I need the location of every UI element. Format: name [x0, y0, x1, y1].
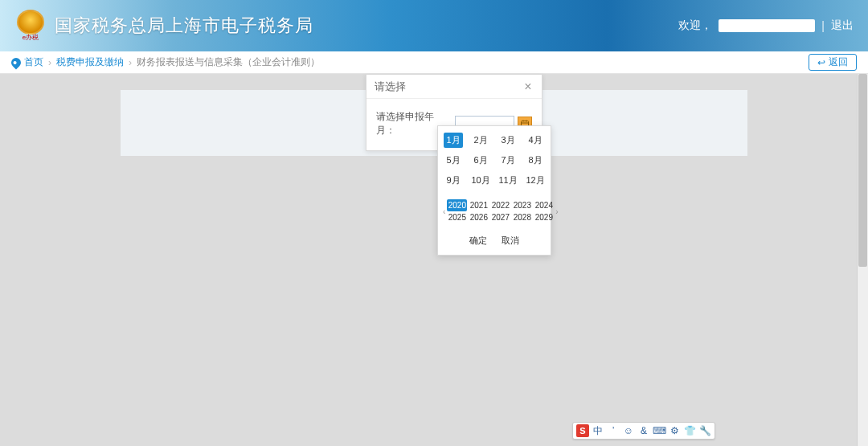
- year-cell[interactable]: 2021: [469, 199, 489, 211]
- year-grid: 2020 2021 2022 2023 2024 2025 2026 2027 …: [447, 199, 554, 223]
- breadcrumb: 首页 › 税费申报及缴纳 › 财务报表报送与信息采集（企业会计准则） ↩ 返回: [0, 51, 868, 74]
- ime-skin-icon[interactable]: 👕: [683, 424, 696, 437]
- year-selector: ‹ 2020 2021 2022 2023 2024 2025 2026 202…: [443, 199, 546, 223]
- crumb-section[interactable]: 税费申报及缴纳: [56, 55, 124, 69]
- year-cell[interactable]: 2024: [534, 199, 554, 211]
- year-cell[interactable]: 2022: [490, 199, 510, 211]
- back-arrow-icon: ↩: [817, 57, 825, 68]
- year-cell[interactable]: 2028: [512, 211, 532, 223]
- ime-settings-icon[interactable]: ⚙: [668, 424, 681, 437]
- modal-header: 请选择 ×: [366, 75, 542, 99]
- crumb-current: 财务报表报送与信息采集（企业会计准则）: [137, 55, 320, 69]
- logout-link[interactable]: 退出: [831, 18, 854, 33]
- ime-toolbar[interactable]: S 中 ’ ☺ & ⌨ ⚙ 👕 🔧: [572, 422, 715, 440]
- ime-emoji-icon[interactable]: ☺: [622, 424, 635, 437]
- main-area: 请选择 × 请选择申报年月： 1月 2月 3月 4月 5月 6月: [0, 74, 868, 446]
- welcome-label: 欢迎，: [678, 18, 712, 33]
- month-cell[interactable]: 8月: [526, 153, 545, 168]
- user-name-placeholder: [719, 19, 815, 32]
- ime-tools-icon[interactable]: 🔧: [698, 424, 711, 437]
- site-title: 国家税务总局上海市电子税务局: [55, 14, 313, 38]
- header-right: 欢迎， | 退出: [678, 18, 854, 33]
- scrollbar-thumb[interactable]: [858, 74, 867, 267]
- modal-title: 请选择: [375, 80, 406, 94]
- crumb-sep: ›: [48, 57, 51, 68]
- month-cell[interactable]: 7月: [498, 153, 518, 168]
- chevron-left-icon[interactable]: ‹: [443, 207, 445, 216]
- month-cell[interactable]: 5月: [444, 153, 463, 168]
- header: e办税 国家税务总局上海市电子税务局 欢迎， | 退出: [0, 0, 868, 51]
- year-cell[interactable]: 2023: [512, 199, 532, 211]
- confirm-button[interactable]: 确定: [469, 235, 487, 247]
- chevron-right-icon[interactable]: ›: [555, 207, 558, 216]
- back-button[interactable]: ↩ 返回: [809, 54, 857, 71]
- ime-mode-icon[interactable]: 中: [592, 424, 604, 437]
- logo: e办税: [14, 10, 47, 42]
- month-cell[interactable]: 11月: [498, 173, 518, 188]
- logo-subtext: e办税: [23, 33, 39, 42]
- month-cell[interactable]: 9月: [444, 173, 463, 188]
- divider: |: [821, 19, 825, 32]
- month-cell[interactable]: 3月: [498, 133, 518, 148]
- date-picker: 1月 2月 3月 4月 5月 6月 7月 8月 9月 10月 11月 12月 ‹: [437, 125, 551, 256]
- month-grid: 1月 2月 3月 4月 5月 6月 7月 8月 9月 10月 11月 12月: [443, 133, 546, 188]
- month-cell[interactable]: 10月: [471, 173, 490, 188]
- year-cell[interactable]: 2027: [490, 211, 510, 223]
- picker-actions: 确定 取消: [443, 235, 546, 247]
- ime-voice-icon[interactable]: &: [637, 424, 650, 437]
- month-cell[interactable]: 4月: [526, 133, 545, 148]
- year-cell[interactable]: 2020: [447, 199, 467, 211]
- year-cell[interactable]: 2025: [447, 211, 467, 223]
- month-cell[interactable]: 12月: [526, 173, 545, 188]
- crumb-home[interactable]: 首页: [24, 55, 43, 69]
- year-cell[interactable]: 2029: [534, 211, 554, 223]
- emblem-icon: [17, 10, 44, 35]
- ime-punct-icon[interactable]: ’: [607, 424, 620, 437]
- cancel-button[interactable]: 取消: [502, 235, 519, 247]
- scrollbar[interactable]: [857, 74, 868, 446]
- month-cell[interactable]: 6月: [471, 153, 490, 168]
- month-cell[interactable]: 1月: [444, 133, 463, 148]
- location-icon: [10, 55, 23, 69]
- year-cell[interactable]: 2026: [469, 211, 489, 223]
- close-icon[interactable]: ×: [522, 81, 534, 92]
- crumb-sep: ›: [129, 57, 132, 68]
- ime-keyboard-icon[interactable]: ⌨: [653, 424, 665, 437]
- back-label: 返回: [829, 55, 848, 69]
- sogou-logo-icon[interactable]: S: [576, 424, 589, 437]
- month-cell[interactable]: 2月: [471, 133, 490, 148]
